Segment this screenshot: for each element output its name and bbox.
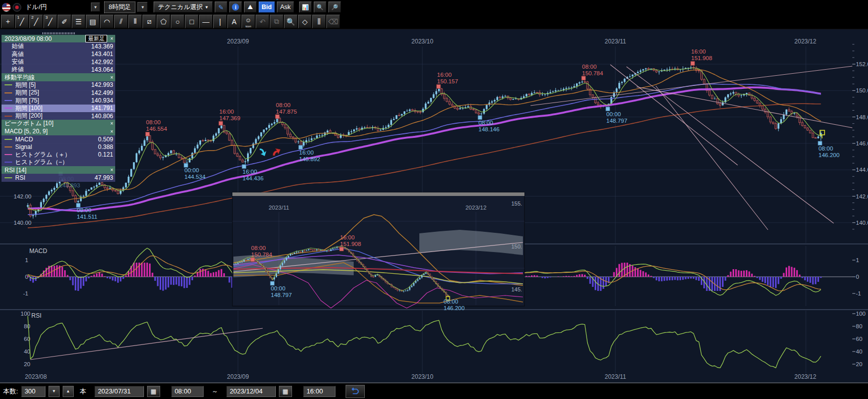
svg-text:-1: -1 — [23, 290, 28, 296]
timeframe-select[interactable]: 8時間足 — [104, 2, 135, 13]
chart-canvas[interactable]: 2023/092023/102023/112023/122023/082023/… — [0, 0, 868, 399]
bar-count-input[interactable]: 300 — [21, 386, 45, 397]
svg-text:16:00: 16:00 — [243, 169, 257, 175]
circle-icon: ○ — [175, 18, 179, 26]
indicator-data-panel[interactable]: 2023/08/09 08:00最新足×始値143.369高値143.401安値… — [2, 32, 115, 182]
trendline-2-tool[interactable]: 2╱ — [29, 15, 43, 28]
from-time-input[interactable]: 08:00 — [171, 386, 204, 397]
svg-text:2023/09: 2023/09 — [227, 38, 249, 45]
undo-tool[interactable]: ↶ — [256, 15, 269, 28]
line-color-swatch — [5, 154, 12, 155]
indicator-row[interactable]: RSI47.993 — [2, 174, 115, 181]
currency-pair-select[interactable]: ドル/円 ▼ — [23, 2, 102, 13]
indicator-row[interactable]: ヒストグラム（−） — [2, 159, 115, 166]
section-title: MACD [5, 20, 9] — [5, 128, 107, 135]
svg-text:00:00: 00:00 — [271, 285, 285, 291]
from-calendar-button[interactable]: ▦ — [147, 386, 160, 397]
delete-tool[interactable]: ⌫ — [326, 15, 340, 28]
arc-tool[interactable]: ◠ — [100, 15, 114, 28]
svg-text:80: 80 — [856, 323, 862, 329]
ruler-tool[interactable]: ✐ — [58, 15, 71, 28]
svg-text:148.0: 148.0 — [856, 114, 868, 120]
indicator-row[interactable]: 期間 [200]140.806 — [2, 112, 115, 120]
line-color-swatch — [5, 84, 12, 85]
indicator-row[interactable]: 期間 [25]142.499 — [2, 89, 115, 96]
copy-tool[interactable]: ⧉ — [270, 15, 283, 28]
svg-text:40: 40 — [24, 348, 30, 355]
svg-text:20: 20 — [24, 361, 30, 367]
info-button[interactable]: i — [229, 2, 242, 13]
parallel-lines-tool[interactable]: ▤ — [86, 15, 100, 28]
bid-button[interactable]: Bid — [259, 2, 275, 13]
chevron-down-icon[interactable]: ▼ — [91, 3, 100, 12]
indicator-row[interactable]: ヒストグラム（＋）0.121 — [2, 151, 115, 158]
panel-header-row: 2023/08/09 08:00最新足× — [2, 35, 115, 42]
zoom-range-button[interactable]: 🔎 — [328, 2, 341, 13]
indicator-row[interactable]: 期間 [100]141.791 — [2, 105, 115, 112]
line-color-swatch — [5, 162, 12, 163]
rectangle-tool[interactable]: □ — [185, 15, 199, 28]
close-icon[interactable]: × — [110, 36, 113, 41]
fibonacci-fan-tool[interactable]: ⧄ — [142, 15, 156, 28]
to-date-input[interactable]: 2023/12/04 — [226, 386, 276, 397]
japan-flag-icon — [13, 3, 21, 12]
timeframe-chevron-down-icon[interactable]: ▼ — [137, 2, 148, 12]
settings-sliders-tool[interactable]: ⫼ — [312, 15, 326, 28]
info-icon: i — [232, 4, 239, 11]
svg-text:00:00: 00:00 — [606, 111, 621, 117]
zoom-in-button[interactable]: 🔍 — [314, 2, 326, 13]
trendline-1-tool[interactable]: 1╱ — [15, 15, 29, 28]
svg-text:08:00: 08:00 — [276, 102, 291, 108]
zoom-range-icon: 🔎 — [331, 4, 338, 11]
magnifier-tool[interactable]: 🔍 — [284, 15, 298, 28]
close-icon[interactable]: × — [110, 167, 113, 173]
us-flag-icon — [2, 3, 11, 12]
svg-text:150.0: 150.0 — [856, 87, 868, 93]
indicator-value: 0.509 — [98, 136, 113, 143]
svg-text:146.200: 146.200 — [818, 152, 840, 158]
svg-text:145.892: 145.892 — [299, 156, 320, 162]
technical-select-button[interactable]: テクニカル選択 ▼ — [154, 2, 212, 13]
svg-text:08:00: 08:00 — [251, 245, 266, 251]
svg-text:08:00: 08:00 — [77, 207, 91, 213]
icon-stamp-icon: ☺ — [245, 17, 251, 24]
area-chart-button[interactable]: ⛰ — [244, 2, 257, 13]
indicator-row[interactable]: MACD0.509 — [2, 135, 115, 143]
vertical-lines-tool[interactable]: ⦀ — [128, 15, 142, 28]
indicator-value: 0.121 — [98, 151, 113, 158]
svg-text:2023/11: 2023/11 — [605, 38, 626, 45]
crosshair-tool[interactable]: ＋ — [1, 15, 15, 28]
reset-range-button[interactable]: ⮌ — [346, 385, 365, 398]
from-date-input[interactable]: 2023/07/31 — [94, 386, 144, 397]
chart-window-button[interactable]: 📊 — [299, 2, 312, 13]
svg-text:144.534: 144.534 — [184, 174, 206, 180]
ask-button[interactable]: Ask — [277, 2, 294, 13]
count-decrement-button[interactable]: ▼ — [49, 386, 60, 397]
pencil-button[interactable]: ✎ — [215, 2, 227, 13]
indicator-row[interactable]: Signal0.388 — [2, 143, 115, 151]
indicator-row[interactable]: 期間 [75]140.934 — [2, 96, 115, 104]
trendline-3-tool[interactable]: 3╱ — [43, 15, 57, 28]
indicator-section-header: 移動平均線× — [2, 73, 115, 81]
pentagon-tool[interactable]: ⬠ — [157, 15, 170, 28]
svg-text:152.0: 152.0 — [856, 61, 868, 67]
count-increment-button[interactable]: ▲ — [63, 386, 74, 397]
eraser-tool[interactable]: ◇ — [298, 15, 312, 28]
svg-text:147.369: 147.369 — [219, 115, 240, 121]
text-tool[interactable]: A — [227, 15, 241, 28]
fan-lines-tool[interactable]: ⫽ — [114, 15, 128, 28]
close-icon[interactable]: × — [110, 129, 113, 134]
indicator-row[interactable]: 期間 [5]142.993 — [2, 81, 115, 89]
vertical-line-tool[interactable]: | — [213, 15, 227, 28]
horizontal-lines-tool[interactable]: ☰ — [72, 15, 85, 28]
close-icon[interactable]: × — [110, 75, 113, 80]
horizontal-line-tool[interactable]: — — [199, 15, 213, 28]
circle-tool[interactable]: ○ — [171, 15, 184, 28]
pentagon-icon: ⬠ — [160, 18, 166, 26]
to-calendar-button[interactable]: ▦ — [279, 386, 292, 397]
to-time-input[interactable]: 16:00 — [303, 386, 335, 397]
candle-chart-icon: 📊 — [302, 4, 309, 11]
svg-text:143.893: 143.893 — [59, 182, 80, 188]
icon-stamp-tool[interactable]: icon☺ — [242, 15, 255, 28]
close-icon[interactable]: × — [110, 121, 113, 126]
